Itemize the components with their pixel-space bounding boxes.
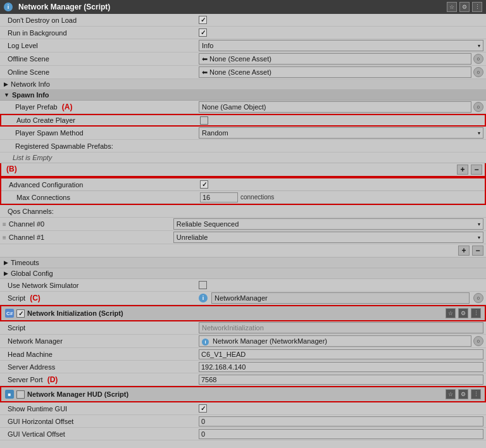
- remove-button[interactable]: −: [471, 165, 482, 175]
- network-hud-icons: ☆ ⚙ ⋮: [446, 389, 481, 399]
- dont-destroy-checkbox[interactable]: [199, 16, 207, 24]
- max-connections-field[interactable]: 16: [200, 192, 238, 202]
- network-init-dots-icon[interactable]: ⋮: [471, 308, 481, 318]
- spawn-triangle-icon: ▼: [4, 92, 9, 98]
- player-prefab-value: None (Game Object) ○: [199, 101, 483, 113]
- channel1-row: ≡ Channel #1 Unreliable ▾: [0, 231, 486, 244]
- show-runtime-label: Show Runtime GUI: [3, 405, 199, 413]
- network-info-row[interactable]: ▶ Network Info: [0, 79, 486, 90]
- run-in-bg-row: Run in Background: [0, 27, 486, 39]
- gear-icon[interactable]: ⚙: [459, 2, 470, 12]
- channel-remove-button[interactable]: −: [472, 246, 483, 256]
- dont-destroy-value: [199, 16, 483, 24]
- channel0-label: Channel #0: [9, 220, 173, 228]
- use-network-sim-checkbox[interactable]: [199, 281, 207, 289]
- script-value: i NetworkManager ○: [199, 292, 483, 304]
- show-runtime-row: Show Runtime GUI: [0, 402, 486, 415]
- show-runtime-checkbox[interactable]: [199, 404, 207, 413]
- timeouts-triangle-icon: ▶: [4, 259, 8, 266]
- network-hud-enabled-checkbox[interactable]: [16, 390, 25, 399]
- network-init-script-row: Script NetworkInitialization: [0, 321, 486, 335]
- connections-label: connections: [240, 194, 274, 201]
- spawn-info-label: Spawn Info: [12, 91, 49, 99]
- network-hud-title: Network Manager HUD (Script): [27, 390, 128, 398]
- run-in-bg-checkbox[interactable]: [199, 28, 207, 37]
- server-port-row: Server Port (D) 7568: [0, 373, 486, 386]
- main-panel: i Network Manager (Script) ☆ ⚙ ⋮ Don't D…: [0, 0, 486, 440]
- channel1-value: Unreliable ▾: [173, 232, 483, 243]
- gui-v-offset-label: GUI Vertical Offset: [3, 430, 199, 438]
- player-spawn-method-dropdown[interactable]: Random ▾: [199, 127, 483, 139]
- annotation-b: (B): [6, 165, 17, 175]
- channel0-dropdown[interactable]: Reliable Sequenced ▾: [173, 218, 483, 230]
- network-info-label: Network Info: [11, 80, 50, 88]
- offline-scene-value: ⬅ None (Scene Asset) ○: [199, 53, 483, 65]
- online-scene-field[interactable]: ⬅ None (Scene Asset): [199, 66, 471, 78]
- offline-scene-picker[interactable]: ○: [473, 54, 483, 64]
- spawn-info-header[interactable]: ▼ Spawn Info: [0, 90, 486, 101]
- timeouts-row[interactable]: ▶ Timeouts: [0, 258, 486, 268]
- head-machine-row: Head Machine C6_V1_HEAD: [0, 348, 486, 361]
- log-level-dropdown[interactable]: Info ▾: [199, 40, 483, 51]
- network-hud-gear-icon[interactable]: ⚙: [458, 389, 468, 399]
- player-prefab-picker[interactable]: ○: [473, 102, 483, 112]
- global-config-row[interactable]: ▶ Global Config: [0, 268, 486, 279]
- network-hud-dots-icon[interactable]: ⋮: [471, 389, 481, 399]
- player-spawn-method-label: Player Spawn Method: [3, 129, 199, 137]
- qos-channels-label-row: Qos Channels:: [0, 205, 486, 218]
- header-icons: ☆ ⚙ ⋮: [447, 2, 482, 12]
- online-scene-picker[interactable]: ○: [473, 67, 483, 77]
- spawn-dropdown-arrow-icon: ▾: [478, 130, 480, 136]
- dots-icon[interactable]: ⋮: [472, 2, 482, 12]
- script-name-field[interactable]: NetworkManager: [211, 292, 470, 304]
- network-init-enabled-checkbox[interactable]: [16, 309, 25, 318]
- component-title: Network Manager (Script): [18, 3, 110, 11]
- online-scene-row: Online Scene ⬅ None (Scene Asset) ○: [0, 66, 486, 79]
- global-config-triangle-icon: ▶: [4, 270, 8, 277]
- add-button[interactable]: +: [457, 165, 468, 175]
- script-picker[interactable]: ○: [473, 293, 483, 303]
- network-hud-bookmark-icon[interactable]: ☆: [446, 389, 456, 399]
- qos-channels-label: Qos Channels:: [3, 208, 199, 215]
- network-manager-field[interactable]: i Network Manager (NetworkManager): [199, 335, 471, 347]
- channel0-value: Reliable Sequenced ▾: [173, 218, 483, 230]
- auto-create-player-checkbox[interactable]: [200, 116, 208, 125]
- auto-create-player-label: Auto Create Player: [4, 116, 200, 124]
- network-manager-picker[interactable]: ○: [473, 336, 483, 346]
- channel1-label: Channel #1: [9, 233, 173, 241]
- server-port-field[interactable]: 7568: [199, 375, 483, 385]
- network-init-script-label: Script: [3, 324, 199, 332]
- use-network-sim-label: Use Network Simulator: [3, 282, 199, 289]
- log-level-value: Info ▾: [199, 40, 483, 51]
- network-hud-header: ■ Network Manager HUD (Script) ☆ ⚙ ⋮: [0, 386, 486, 402]
- gui-v-offset-field[interactable]: 0: [199, 429, 483, 439]
- gui-v-offset-row: GUI Vertical Offset 0: [0, 428, 486, 440]
- dont-destroy-label: Don't Destroy on Load: [3, 16, 199, 24]
- advanced-config-label: Advanced Configuration: [4, 181, 200, 189]
- network-init-gear-icon[interactable]: ⚙: [458, 308, 468, 318]
- channel-add-button[interactable]: +: [458, 246, 470, 256]
- bookmark-icon[interactable]: ☆: [447, 2, 457, 12]
- offline-scene-field[interactable]: ⬅ None (Scene Asset): [199, 53, 471, 65]
- auto-create-player-row: Auto Create Player: [0, 114, 486, 127]
- server-address-field[interactable]: 192.168.4.140: [199, 362, 483, 372]
- annotation-c: (C): [30, 294, 40, 302]
- online-scene-label: Online Scene: [3, 68, 199, 76]
- head-machine-value: C6_V1_HEAD: [199, 349, 483, 359]
- offline-scene-row: Offline Scene ⬅ None (Scene Asset) ○: [0, 53, 486, 66]
- network-init-bookmark-icon[interactable]: ☆: [446, 308, 456, 318]
- c-icon: C#: [5, 309, 14, 318]
- gui-h-offset-field[interactable]: 0: [199, 416, 483, 426]
- network-init-header: C# Network Initialization (Script) ☆ ⚙ ⋮: [0, 305, 486, 321]
- server-address-label: Server Address: [3, 363, 199, 371]
- show-runtime-value: [199, 404, 483, 413]
- player-prefab-field[interactable]: None (Game Object): [199, 101, 471, 113]
- network-manager-label: Network Manager: [3, 337, 199, 345]
- player-prefab-row: Player Prefab (A) None (Game Object) ○: [0, 101, 486, 114]
- channel1-dropdown[interactable]: Unreliable ▾: [173, 232, 483, 243]
- advanced-config-value: [200, 180, 482, 189]
- network-init-script-field: NetworkInitialization: [199, 322, 483, 333]
- head-machine-field[interactable]: C6_V1_HEAD: [199, 349, 483, 359]
- script-label: Script (C): [3, 294, 199, 302]
- advanced-config-checkbox[interactable]: [200, 180, 208, 189]
